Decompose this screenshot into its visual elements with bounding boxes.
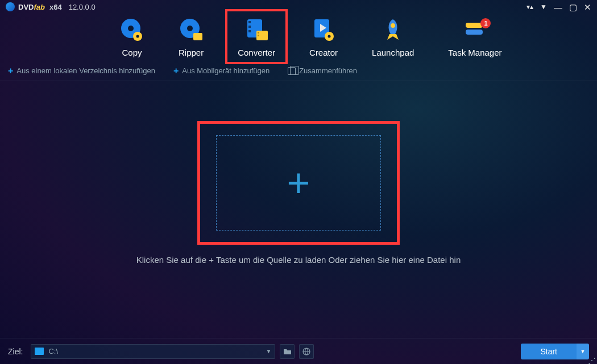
dest-label: Ziel: xyxy=(8,347,23,356)
rocket-icon xyxy=(380,17,405,42)
svg-point-3 xyxy=(136,35,139,38)
svg-rect-11 xyxy=(256,31,268,40)
svg-rect-6 xyxy=(193,33,202,40)
tab-converter[interactable]: Converter xyxy=(238,17,275,57)
svg-rect-13 xyxy=(258,35,259,36)
web-destination-button[interactable] xyxy=(299,344,314,359)
disc-ripper-icon xyxy=(179,17,204,42)
svg-rect-7 xyxy=(247,19,262,37)
drop-zone-highlight: + xyxy=(197,121,400,245)
add-local-label: Aus einem lokalen Verzeichnis hinzufügen xyxy=(16,66,155,75)
svg-rect-10 xyxy=(248,30,251,32)
merge-button[interactable]: Zusammenführen xyxy=(288,66,357,75)
main-tabs: Copy Ripper Converter xyxy=(0,14,597,63)
svg-point-17 xyxy=(328,35,331,38)
tab-ripper[interactable]: Ripper xyxy=(179,17,204,57)
browse-folder-button[interactable] xyxy=(280,344,295,359)
svg-point-5 xyxy=(187,26,193,31)
merge-label: Zusammenführen xyxy=(299,66,357,75)
svg-rect-20 xyxy=(466,30,483,35)
pin-icon[interactable]: ▼ xyxy=(540,3,547,10)
start-dropdown-button[interactable]: ▼ xyxy=(577,344,589,359)
plus-icon: + xyxy=(173,68,179,74)
add-source-plus-icon[interactable]: + xyxy=(287,163,310,203)
drop-zone[interactable]: + xyxy=(216,135,381,231)
svg-point-1 xyxy=(128,26,134,31)
app-arch: x64 xyxy=(49,3,62,11)
tab-task-manager[interactable]: 1 Task Manager xyxy=(448,17,501,57)
svg-rect-8 xyxy=(248,21,251,23)
add-from-local-button[interactable]: + Aus einem lokalen Verzeichnis hinzufüg… xyxy=(8,66,155,75)
folder-icon xyxy=(35,348,44,355)
svg-rect-9 xyxy=(248,26,251,28)
converter-icon xyxy=(244,17,269,42)
brand-suffix: fab xyxy=(34,3,45,11)
tab-label: Converter xyxy=(238,48,275,57)
svg-rect-12 xyxy=(258,32,259,34)
tab-label: Launchpad xyxy=(372,48,414,57)
shirt-icon[interactable]: ▾▴ xyxy=(526,3,533,10)
bottombar: Ziel: C:\ ▼ Start ▼ ⋰ xyxy=(0,338,597,364)
drop-caption: Klicken Sie auf die + Taste um die Quell… xyxy=(0,255,597,265)
titlebar-left: DVDfab x64 12.0.0.0 xyxy=(6,2,96,11)
tab-label: Task Manager xyxy=(448,48,501,57)
creator-icon xyxy=(311,17,336,42)
app-logo-icon xyxy=(6,2,15,11)
actionbar: + Aus einem lokalen Verzeichnis hinzufüg… xyxy=(0,63,597,81)
dest-path-select[interactable]: C:\ ▼ xyxy=(31,344,275,359)
brand-prefix: DVD xyxy=(18,3,34,11)
task-manager-icon: 1 xyxy=(462,17,487,42)
minimize-button[interactable]: ― xyxy=(554,3,562,11)
tab-label: Ripper xyxy=(179,48,204,57)
titlebar: DVDfab x64 12.0.0.0 ▾▴ ▼ ― ▢ ✕ xyxy=(0,0,597,14)
tab-copy[interactable]: Copy xyxy=(119,17,144,57)
window-controls: ▾▴ ▼ ― ▢ ✕ xyxy=(526,3,591,11)
dest-path-value: C:\ xyxy=(48,347,261,355)
start-wrap: Start ▼ xyxy=(521,344,589,359)
resize-grip-icon[interactable]: ⋰ xyxy=(588,359,596,363)
svg-point-18 xyxy=(391,23,395,28)
tab-launchpad[interactable]: Launchpad xyxy=(372,17,414,57)
merge-icon xyxy=(288,67,296,75)
disc-copy-icon xyxy=(119,17,144,42)
task-count-badge: 1 xyxy=(480,18,491,28)
tab-label: Copy xyxy=(122,48,142,57)
close-button[interactable]: ✕ xyxy=(584,3,591,11)
chevron-down-icon: ▼ xyxy=(266,348,272,354)
app-version: 12.0.0.0 xyxy=(69,3,96,11)
app-brand: DVDfab xyxy=(18,3,45,11)
start-button[interactable]: Start xyxy=(521,344,577,359)
add-mobile-label: Aus Mobilgerät hinzufügen xyxy=(182,66,270,75)
plus-icon: + xyxy=(8,68,13,74)
tab-creator[interactable]: Creator xyxy=(309,17,338,57)
tab-label: Creator xyxy=(309,48,338,57)
maximize-button[interactable]: ▢ xyxy=(569,3,577,11)
add-from-mobile-button[interactable]: + Aus Mobilgerät hinzufügen xyxy=(173,66,270,75)
